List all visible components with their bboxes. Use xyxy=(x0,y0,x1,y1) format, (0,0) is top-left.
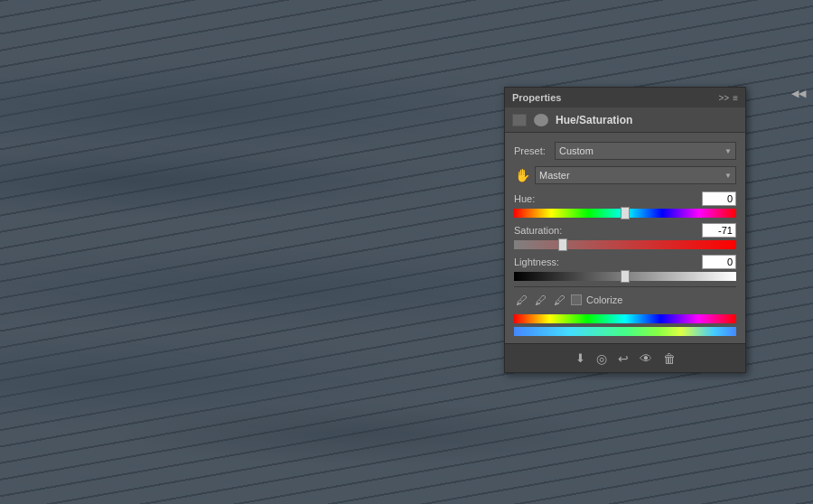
panel-subheader: Hue/Saturation xyxy=(505,107,745,133)
panel-content: Preset: Custom ▼ ✋ Master ▼ Hue: 0 xyxy=(505,133,745,343)
clip-to-layer-icon[interactable]: ⬇ xyxy=(575,351,585,365)
double-arrow-icon[interactable]: ◀◀ xyxy=(791,88,806,99)
channel-dropdown-arrow: ▼ xyxy=(724,172,732,180)
reset-icon[interactable]: ↩ xyxy=(618,351,629,366)
eyedropper-plus-icon[interactable]: 🖊 xyxy=(533,293,547,307)
spectrum-bar-adjusted xyxy=(514,327,736,336)
hue-label-row: Hue: 0 xyxy=(514,191,736,206)
top-right-icons: ◀◀ xyxy=(791,88,806,99)
delete-icon[interactable]: 🗑 xyxy=(663,351,676,366)
preset-value: Custom xyxy=(559,145,593,156)
hue-slider-row: Hue: 0 xyxy=(514,191,736,218)
lightness-label: Lightness: xyxy=(514,257,559,267)
panel-header: Properties >> ≡ xyxy=(505,88,745,107)
hue-slider-thumb[interactable] xyxy=(621,207,630,219)
saturation-label-row: Saturation: -71 xyxy=(514,223,736,238)
channel-dropdown[interactable]: Master ▼ xyxy=(535,166,736,184)
adjustment-icon xyxy=(534,114,548,126)
lightness-label-row: Lightness: 0 xyxy=(514,255,736,269)
preset-dropdown[interactable]: Custom ▼ xyxy=(555,142,736,160)
panel-header-icons: >> ≡ xyxy=(718,93,738,103)
menu-icon[interactable]: ≡ xyxy=(733,93,738,103)
hue-value: 0 xyxy=(727,193,733,204)
visibility-icon[interactable]: ◎ xyxy=(596,351,607,366)
lightness-value: 0 xyxy=(727,257,733,267)
hue-value-box[interactable]: 0 xyxy=(702,191,736,206)
preset-label: Preset: xyxy=(514,145,550,156)
properties-panel: Properties >> ≡ Hue/Saturation Preset: C… xyxy=(504,87,746,373)
spectrum-bar-original xyxy=(514,314,736,323)
eyedropper-minus-icon[interactable]: 🖊 xyxy=(552,293,566,307)
saturation-value-box[interactable]: -71 xyxy=(702,223,736,238)
colorize-checkbox[interactable] xyxy=(571,294,582,305)
saturation-slider-thumb[interactable] xyxy=(558,238,567,251)
hand-tool-icon[interactable]: ✋ xyxy=(514,167,530,183)
layer-mask-icon xyxy=(512,114,527,126)
lightness-slider-row: Lightness: 0 xyxy=(514,255,736,281)
lightness-slider-thumb[interactable] xyxy=(621,270,630,283)
saturation-slider-row: Saturation: -71 xyxy=(514,223,736,249)
divider xyxy=(514,286,736,287)
colorize-row: 🖊 🖊 🖊 Colorize xyxy=(514,293,736,307)
lightness-slider-track[interactable] xyxy=(514,272,736,281)
saturation-value: -71 xyxy=(718,225,733,236)
preset-row: Preset: Custom ▼ xyxy=(514,142,736,160)
eyedropper-tool-icon[interactable]: 🖊 xyxy=(514,293,528,307)
channel-row: ✋ Master ▼ xyxy=(514,166,736,184)
panel-footer: ⬇ ◎ ↩ 👁 🗑 xyxy=(505,343,745,372)
saturation-slider-track[interactable] xyxy=(514,240,736,249)
hue-label: Hue: xyxy=(514,193,535,204)
preset-dropdown-arrow: ▼ xyxy=(724,147,732,155)
colorize-label: Colorize xyxy=(586,294,622,305)
lightness-value-box[interactable]: 0 xyxy=(702,255,736,269)
view-icon[interactable]: 👁 xyxy=(640,351,652,366)
collapse-icon[interactable]: >> xyxy=(718,93,729,103)
panel-title: Properties xyxy=(512,92,561,103)
adjustment-title: Hue/Saturation xyxy=(556,114,632,126)
saturation-label: Saturation: xyxy=(514,225,562,236)
channel-value: Master xyxy=(539,170,570,181)
hue-slider-track[interactable] xyxy=(514,209,736,218)
